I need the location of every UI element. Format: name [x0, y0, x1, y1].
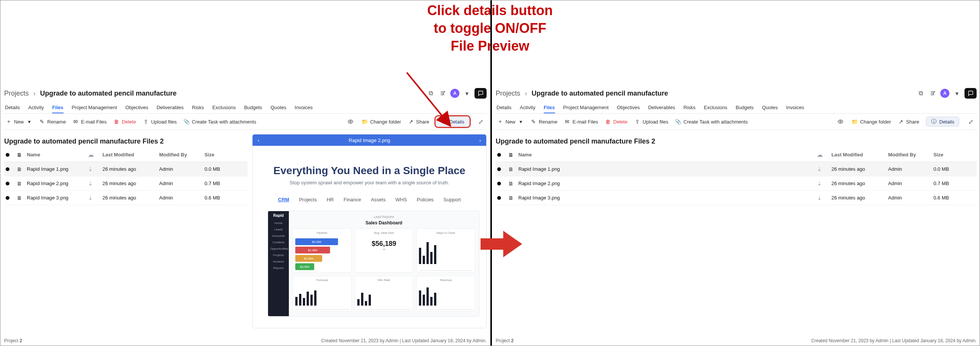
tab-deliverables[interactable]: Deliverables	[648, 102, 675, 113]
col-name[interactable]: Name	[519, 152, 817, 157]
email-files-button[interactable]: ✉E-mail Files	[73, 119, 107, 125]
page-title: Upgrade to automated pencil manufacture …	[4, 138, 164, 145]
table-row[interactable]: 🗎 Rapid Image 1.png ⇣ 26 minutes ago Adm…	[496, 162, 977, 176]
rename-button[interactable]: ✎Rename	[530, 119, 557, 125]
tab-objectives[interactable]: Objectives	[617, 102, 640, 113]
col-modified-by[interactable]: Modified By	[159, 152, 205, 157]
delete-button[interactable]: 🗑Delete	[113, 119, 136, 125]
tab-exclusions[interactable]: Exclusions	[213, 102, 236, 113]
tab-details[interactable]: Details	[5, 102, 20, 113]
tab-project-management[interactable]: Project Management	[563, 102, 609, 113]
tab-quotes[interactable]: Quotes	[762, 102, 778, 113]
chat-button[interactable]	[964, 88, 977, 98]
change-folder-button[interactable]: 📁Change folder	[362, 119, 401, 125]
row-select[interactable]	[497, 182, 501, 186]
tab-invoices[interactable]: Invoices	[786, 102, 804, 113]
tab-details[interactable]: Details	[496, 102, 512, 113]
table-row[interactable]: 🗎 Rapid Image 1.png ⇣ 26 minutes ago Adm…	[4, 162, 248, 176]
tab-files[interactable]: Files	[52, 102, 64, 113]
col-size[interactable]: Size	[205, 152, 246, 157]
breadcrumb: Projects Upgrade to automated pencil man…	[496, 87, 977, 102]
expand-icon[interactable]: ⤢	[966, 117, 975, 126]
chat-button[interactable]	[474, 88, 487, 98]
file-name[interactable]: Rapid Image 1.png	[27, 166, 88, 172]
pv-tab-finance[interactable]: Finance	[344, 197, 361, 202]
breadcrumb-root[interactable]: Projects	[4, 89, 29, 97]
pv-tab-support[interactable]: Support	[444, 197, 461, 202]
avatar-chevron-icon[interactable]: ▾	[462, 89, 471, 98]
col-last-modified[interactable]: Last Modified	[102, 152, 159, 157]
preview-body: Everything You Need in a Single Place St…	[253, 146, 486, 328]
download-icon[interactable]: ⇣	[88, 166, 102, 173]
file-name[interactable]: Rapid Image 1.png	[519, 166, 817, 172]
download-icon[interactable]: ⇣	[817, 166, 831, 173]
tab-activity[interactable]: Activity	[520, 102, 535, 113]
col-modified-by[interactable]: Modified By	[888, 152, 934, 157]
email-files-button[interactable]: ✉E-mail Files	[564, 119, 598, 125]
file-name[interactable]: Rapid Image 3.png	[519, 195, 817, 201]
breadcrumb-root[interactable]: Projects	[496, 89, 520, 97]
download-icon[interactable]: ⇣	[817, 180, 831, 187]
col-size[interactable]: Size	[934, 152, 975, 157]
pv-tab-projects[interactable]: Projects	[299, 197, 317, 202]
pv-tab-policies[interactable]: Policies	[417, 197, 434, 202]
table-row[interactable]: 🗎 Rapid Image 2.png ⇣ 26 minutes ago Adm…	[496, 176, 977, 191]
download-icon[interactable]: ⇣	[817, 195, 831, 202]
tune-icon[interactable]	[928, 89, 937, 98]
table-row[interactable]: 🗎 Rapid Image 3.png ⇣ 26 minutes ago Adm…	[496, 191, 977, 205]
visibility-icon[interactable]	[836, 117, 845, 126]
details-toggle[interactable]: ⓘDetails	[926, 117, 959, 127]
select-all[interactable]	[6, 153, 10, 157]
new-button[interactable]: ＋New▾	[6, 119, 32, 125]
row-select[interactable]	[497, 196, 501, 200]
file-name[interactable]: Rapid Image 3.png	[27, 195, 88, 201]
row-select[interactable]	[6, 167, 10, 171]
tab-risks[interactable]: Risks	[192, 102, 204, 113]
col-last-modified[interactable]: Last Modified	[831, 152, 888, 157]
preview-prev-button[interactable]: ‹	[253, 135, 265, 146]
row-select[interactable]	[6, 196, 10, 200]
tab-budgets[interactable]: Budgets	[244, 102, 262, 113]
tab-deliverables[interactable]: Deliverables	[156, 102, 184, 113]
tab-exclusions[interactable]: Exclusions	[704, 102, 727, 113]
change-folder-button[interactable]: 📁Change folder	[852, 119, 891, 125]
table-row[interactable]: 🗎 Rapid Image 3.png ⇣ 26 minutes ago Adm…	[4, 191, 248, 205]
table-row[interactable]: 🗎 Rapid Image 2.png ⇣ 26 minutes ago Adm…	[4, 176, 248, 191]
pv-tab-crm[interactable]: CRM	[278, 197, 289, 202]
tab-objectives[interactable]: Objectives	[126, 102, 149, 113]
copy-icon[interactable]: ⧉	[916, 89, 925, 98]
tab-project-management[interactable]: Project Management	[72, 102, 117, 113]
file-name[interactable]: Rapid Image 2.png	[519, 181, 817, 186]
download-icon[interactable]: ⇣	[88, 195, 102, 202]
share-button[interactable]: ↗Share	[898, 119, 920, 125]
tab-budgets[interactable]: Budgets	[736, 102, 754, 113]
new-button[interactable]: ＋New▾	[497, 119, 523, 125]
select-all[interactable]	[497, 153, 501, 157]
row-select[interactable]	[497, 167, 501, 171]
create-task-button[interactable]: 📎Create Task with attachments	[675, 119, 748, 125]
expand-icon[interactable]: ⤢	[476, 117, 485, 126]
pv-tab-assets[interactable]: Assets	[371, 197, 386, 202]
create-task-button[interactable]: 📎Create Task with attachments	[184, 119, 256, 125]
tab-bar: Details Activity Files Project Managemen…	[496, 102, 977, 114]
cell-size: 0.7 MB	[934, 181, 975, 186]
delete-button[interactable]: 🗑Delete	[605, 119, 628, 125]
upload-button[interactable]: ⇪Upload files	[143, 119, 177, 125]
tab-quotes[interactable]: Quotes	[270, 102, 286, 113]
row-select[interactable]	[6, 182, 10, 186]
pv-tab-hr[interactable]: HR	[327, 197, 334, 202]
file-name[interactable]: Rapid Image 2.png	[27, 181, 88, 186]
tab-risks[interactable]: Risks	[684, 102, 696, 113]
avatar-chevron-icon[interactable]: ▾	[952, 89, 961, 98]
visibility-icon[interactable]	[346, 117, 355, 126]
tab-invoices[interactable]: Invoices	[294, 102, 313, 113]
avatar[interactable]: A	[940, 89, 950, 98]
pv-tab-whs[interactable]: WHS	[396, 197, 407, 202]
col-name[interactable]: Name	[27, 152, 88, 157]
rename-button[interactable]: ✎Rename	[39, 119, 66, 125]
tab-activity[interactable]: Activity	[29, 102, 44, 113]
preview-next-button[interactable]: ›	[474, 135, 486, 146]
download-icon[interactable]: ⇣	[88, 180, 102, 187]
tab-files[interactable]: Files	[544, 102, 555, 113]
upload-button[interactable]: ⇪Upload files	[635, 119, 668, 125]
